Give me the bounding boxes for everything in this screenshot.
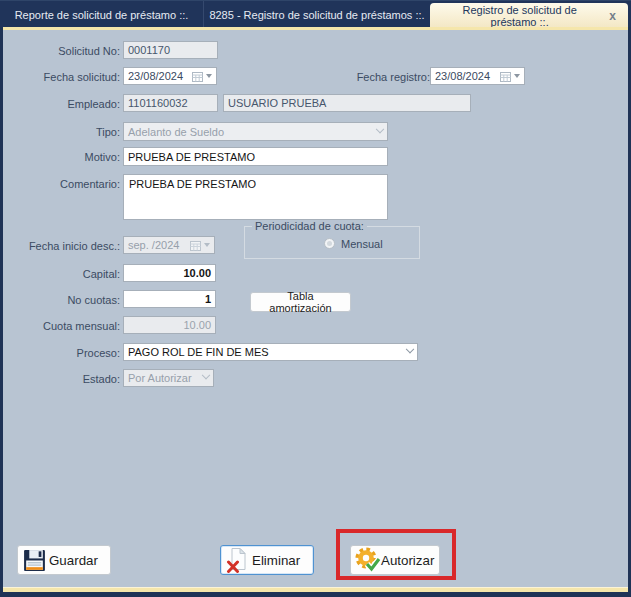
- guardar-button-label: Guardar: [49, 553, 98, 568]
- fecha-registro-value: 23/08/2024: [435, 70, 490, 82]
- dropdown-arrow-icon[interactable]: [514, 74, 520, 78]
- solicitud-no-value: 0001170: [128, 44, 170, 56]
- tab-label: Reporte de solicitud de préstamo ::.: [15, 9, 189, 21]
- fecha-registro-datepicker[interactable]: 23/08/2024: [430, 67, 525, 85]
- dropdown-arrow-icon: [204, 243, 210, 247]
- empleado-label: Empleado:: [3, 98, 120, 110]
- form-surface: Solicitud No: 0001170 Fecha solicitud: 2…: [3, 30, 628, 587]
- red-highlight-annotation: [336, 529, 456, 580]
- tipo-dropdown[interactable]: Adelanto de Sueldo: [123, 122, 388, 141]
- calendar-icon: [190, 240, 201, 251]
- tab-bar: Reporte de solicitud de préstamo ::. 828…: [0, 0, 631, 27]
- capital-field[interactable]: 10.00: [123, 264, 216, 282]
- tipo-value: Adelanto de Sueldo: [128, 126, 224, 138]
- dropdown-arrow-icon[interactable]: [206, 74, 212, 78]
- periodicidad-groupbox: Periodicidad de cuota: Mensual: [244, 226, 420, 259]
- tab-registro-solicitud-active[interactable]: Registro de solicitud de préstamo ::. x: [430, 3, 628, 28]
- cuota-mensual-label: Cuota mensual:: [3, 320, 120, 332]
- no-cuotas-value: 1: [205, 293, 211, 305]
- motivo-field-wrap: [123, 147, 388, 166]
- proceso-label: Proceso:: [3, 347, 120, 359]
- cuota-mensual-field: 10.00: [123, 316, 216, 334]
- estado-value: Por Autorizar: [128, 372, 192, 384]
- solicitud-no-field: 0001170: [123, 41, 218, 59]
- cuota-mensual-value: 10.00: [183, 319, 211, 331]
- comentario-label: Comentario:: [3, 178, 120, 190]
- eliminar-button-label: Eliminar: [252, 553, 300, 568]
- capital-value: 10.00: [183, 267, 211, 279]
- motivo-input[interactable]: [128, 151, 383, 163]
- proceso-dropdown[interactable]: PAGO ROL DE FIN DE MES: [123, 343, 418, 361]
- chevron-down-icon: [202, 371, 210, 379]
- fecha-inicio-desc-datepicker[interactable]: sep. /2024: [123, 236, 215, 254]
- bottom-accent-line: [3, 587, 628, 592]
- empleado-codigo-field: 1101160032: [123, 94, 218, 112]
- tabla-amortizacion-button[interactable]: Tabla amortización: [250, 292, 351, 312]
- empleado-nombre-field: USUARIO PRUEBA: [223, 94, 471, 112]
- comentario-field-wrap: PRUEBA DE PRESTAMO: [123, 174, 388, 220]
- tab-reporte-solicitud[interactable]: Reporte de solicitud de préstamo ::.: [0, 1, 204, 28]
- comentario-textarea[interactable]: PRUEBA DE PRESTAMO: [129, 178, 382, 216]
- empleado-nombre-value: USUARIO PRUEBA: [228, 97, 326, 109]
- empleado-codigo-value: 1101160032: [128, 97, 188, 109]
- fecha-solicitud-value: 23/08/2024: [128, 70, 183, 82]
- motivo-label: Motivo:: [3, 151, 120, 163]
- fecha-registro-label: Fecha registro:: [313, 71, 430, 83]
- fecha-solicitud-label: Fecha solicitud:: [3, 71, 120, 83]
- chevron-down-icon: [406, 345, 414, 353]
- tab-label: Registro de solicitud de préstamo ::.: [440, 4, 599, 28]
- calendar-icon: [192, 71, 203, 82]
- fecha-solicitud-datepicker[interactable]: 23/08/2024: [123, 67, 217, 85]
- tab-label: 8285 - Registro de solicitud de préstamo…: [209, 9, 424, 21]
- estado-label: Estado:: [3, 373, 120, 385]
- periodicidad-legend: Periodicidad de cuota:: [252, 220, 367, 232]
- capital-label: Capital:: [3, 268, 120, 280]
- fecha-inicio-desc-value: sep. /2024: [128, 239, 179, 251]
- eliminar-button[interactable]: Eliminar: [220, 545, 314, 575]
- mensual-radio-label: Mensual: [341, 238, 383, 250]
- tab-close-icon[interactable]: x: [607, 9, 618, 23]
- save-floppy-icon: [22, 548, 47, 573]
- no-cuotas-label: No cuotas:: [3, 294, 120, 306]
- estado-dropdown: Por Autorizar: [123, 369, 214, 387]
- no-cuotas-field[interactable]: 1: [123, 290, 216, 308]
- guardar-button[interactable]: Guardar: [17, 545, 111, 575]
- chevron-down-icon: [376, 124, 384, 132]
- application-window: Reporte de solicitud de préstamo ::. 828…: [0, 0, 631, 597]
- fecha-inicio-desc-label: Fecha inicio desc.:: [3, 240, 120, 252]
- solicitud-no-label: Solicitud No:: [3, 45, 120, 57]
- mensual-radio[interactable]: [324, 238, 335, 249]
- tab-8285-registro[interactable]: 8285 - Registro de solicitud de préstamo…: [204, 1, 430, 28]
- delete-document-icon: [225, 547, 249, 573]
- tipo-label: Tipo:: [3, 126, 120, 138]
- proceso-value: PAGO ROL DE FIN DE MES: [128, 346, 269, 358]
- calendar-icon: [500, 71, 511, 82]
